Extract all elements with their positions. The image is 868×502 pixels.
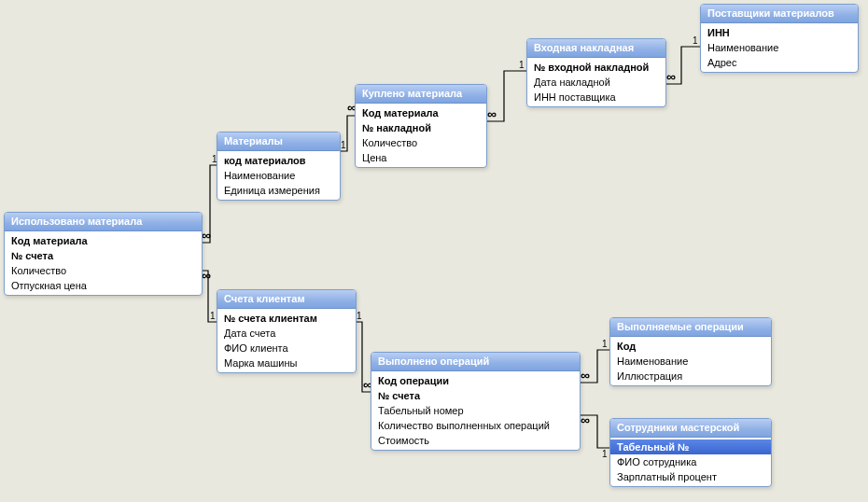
field[interactable]: Адрес bbox=[701, 55, 858, 70]
table-bought-material[interactable]: Куплено материала Код материала № наклад… bbox=[355, 84, 487, 168]
field-selected[interactable]: Табельный № bbox=[610, 439, 771, 454]
svg-text:∞: ∞ bbox=[666, 69, 676, 84]
table-title: Куплено материала bbox=[356, 85, 486, 104]
field[interactable]: № накладной bbox=[356, 120, 486, 135]
field[interactable]: Табельный номер bbox=[371, 403, 580, 418]
field[interactable]: код материалов bbox=[217, 153, 340, 168]
field[interactable]: Код материала bbox=[5, 233, 202, 248]
svg-text:∞: ∞ bbox=[487, 106, 497, 121]
table-staff[interactable]: Сотрудники мастерской Табельный № ФИО со… bbox=[609, 418, 772, 487]
field[interactable]: Наименование bbox=[610, 354, 771, 369]
svg-text:∞: ∞ bbox=[581, 412, 590, 427]
table-in-invoice[interactable]: Входная накладная № входной накладной Да… bbox=[526, 38, 666, 107]
field[interactable]: Код bbox=[610, 339, 771, 354]
field[interactable]: № счета bbox=[5, 248, 202, 263]
field[interactable]: Иллюстрация bbox=[610, 369, 771, 383]
svg-text:∞: ∞ bbox=[202, 228, 211, 243]
field[interactable]: Отпускная цена bbox=[5, 278, 202, 293]
table-client-bills[interactable]: Счета клиентам № счета клиентам Дата сче… bbox=[217, 289, 357, 373]
table-title: Выполнено операций bbox=[371, 353, 580, 371]
table-title: Счета клиентам bbox=[217, 290, 356, 309]
field[interactable]: Количество bbox=[356, 135, 486, 150]
table-used-material[interactable]: Использовано материала Код материала № с… bbox=[4, 212, 203, 296]
svg-text:1: 1 bbox=[602, 339, 608, 349]
field[interactable]: № счета клиентам bbox=[217, 311, 356, 326]
field[interactable]: № входной накладной bbox=[527, 60, 665, 75]
field[interactable]: ФИО клиента bbox=[217, 341, 356, 356]
table-materials[interactable]: Материалы код материалов Наименование Ед… bbox=[217, 132, 341, 201]
svg-text:∞: ∞ bbox=[581, 368, 590, 383]
table-title: Сотрудники мастерской bbox=[610, 419, 771, 438]
table-suppliers[interactable]: Поставщики материалов ИНН Наименование А… bbox=[700, 4, 859, 73]
field[interactable]: ИНН bbox=[701, 25, 858, 40]
field[interactable]: Код операции bbox=[371, 373, 580, 388]
svg-text:1: 1 bbox=[357, 311, 362, 321]
field[interactable]: Зарплатный процент bbox=[610, 469, 771, 484]
field[interactable]: Количество выполненных операций bbox=[371, 418, 580, 433]
field[interactable]: № счета bbox=[371, 388, 580, 403]
table-title: Входная накладная bbox=[527, 39, 665, 58]
field[interactable]: Количество bbox=[5, 263, 202, 278]
svg-text:1: 1 bbox=[210, 311, 216, 321]
field[interactable]: Код материала bbox=[356, 105, 486, 120]
field[interactable]: Стоимость bbox=[371, 433, 580, 448]
table-title: Выполняемые операции bbox=[610, 318, 771, 337]
field[interactable]: Наименование bbox=[701, 40, 858, 55]
field[interactable]: Наименование bbox=[217, 168, 340, 183]
field[interactable]: Дата накладной bbox=[527, 75, 665, 90]
table-ops-exec[interactable]: Выполняемые операции Код Наименование Ил… bbox=[609, 317, 772, 386]
field[interactable]: ИНН поставщика bbox=[527, 90, 665, 105]
table-title: Поставщики материалов bbox=[701, 5, 858, 23]
field[interactable]: Единица измерения bbox=[217, 183, 340, 198]
svg-text:∞: ∞ bbox=[202, 268, 211, 283]
table-title: Использовано материала bbox=[5, 213, 202, 231]
svg-text:1: 1 bbox=[341, 140, 346, 150]
field[interactable]: ФИО сотрудника bbox=[610, 454, 771, 469]
er-canvas: 1 ∞ 1 ∞ ∞ 1 ∞ 1 1 ∞ 1 ∞ 1 ∞ 1 ∞ Использо… bbox=[0, 0, 868, 502]
field[interactable]: Марка машины bbox=[217, 356, 356, 370]
field[interactable]: Дата счета bbox=[217, 326, 356, 341]
table-done-ops[interactable]: Выполнено операций Код операции № счета … bbox=[371, 352, 581, 451]
table-title: Материалы bbox=[217, 132, 340, 151]
svg-text:1: 1 bbox=[602, 449, 608, 459]
svg-text:1: 1 bbox=[519, 60, 525, 70]
field[interactable]: Цена bbox=[356, 150, 486, 165]
svg-text:1: 1 bbox=[693, 35, 698, 46]
